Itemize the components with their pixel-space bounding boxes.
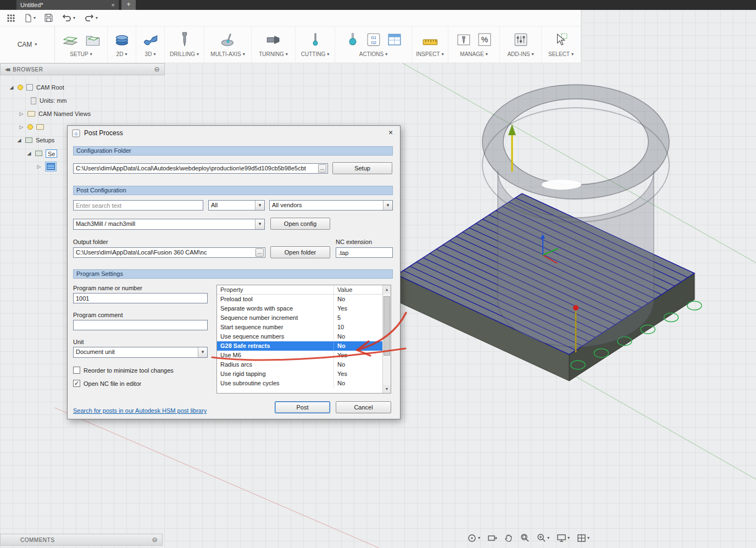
zoom-button[interactable]: ▾	[537, 533, 549, 543]
hsm-post-library-link[interactable]: Search for posts in our Autodesk HSM pos…	[73, 407, 207, 414]
vendor-filter-dropdown[interactable]: All vendors	[269, 200, 393, 211]
new-folder-icon[interactable]	[85, 32, 101, 47]
redo-button[interactable]: ▾	[84, 14, 98, 22]
comments-header[interactable]: COMMENTS ⊖	[0, 534, 163, 546]
expander-icon[interactable]: ▷	[19, 124, 24, 130]
property-row[interactable]: Use sequence numbersNo	[217, 332, 391, 341]
select-cursor-icon[interactable]	[554, 32, 568, 47]
capability-filter-dropdown[interactable]: All	[208, 200, 265, 211]
open-nc-checkbox[interactable]	[73, 380, 80, 387]
expander-icon[interactable]: ▷	[19, 111, 24, 117]
3d-milling-icon[interactable]	[143, 32, 158, 47]
tree-item-label[interactable]: Units: mm	[40, 97, 67, 104]
save-button[interactable]	[45, 14, 53, 22]
minimize-panel-icon[interactable]: ⊖	[152, 536, 158, 544]
tab-close-icon[interactable]: ×	[112, 2, 115, 8]
visibility-bulb-icon[interactable]	[27, 124, 33, 130]
post-button[interactable]: Post	[275, 401, 330, 413]
program-name-field[interactable]	[73, 293, 208, 303]
undo-button[interactable]: ▾	[62, 14, 75, 22]
configuration-folder-field[interactable]: C:\Users\dim\AppData\Local\Autodesk\webd…	[73, 163, 328, 174]
ribbon-group-label[interactable]: SELECT▾	[548, 51, 574, 57]
program-comment-field[interactable]	[73, 320, 208, 330]
tree-item-label[interactable]: CAM Root	[36, 84, 64, 91]
turning-icon[interactable]	[266, 32, 281, 47]
ribbon-group-label[interactable]: CUTTING▾	[301, 51, 329, 57]
expander-icon[interactable]: ◢	[26, 151, 32, 156]
setup-sheet-icon[interactable]	[387, 32, 402, 47]
ribbon-group-label[interactable]: SETUP▾	[70, 51, 92, 57]
ribbon-group-label[interactable]: ACTIONS▾	[359, 51, 387, 57]
pan-button[interactable]	[504, 534, 513, 543]
app-grid-button[interactable]	[7, 14, 15, 23]
ribbon-group-label[interactable]: 2D▾	[116, 51, 127, 57]
open-config-button[interactable]: Open config	[270, 218, 330, 230]
property-row[interactable]: Sequence number increment5	[217, 313, 391, 323]
ribbon-group-label[interactable]: 3D▾	[145, 51, 156, 57]
cutting-icon[interactable]	[309, 32, 322, 47]
operation-selection[interactable]	[45, 162, 57, 171]
expander-icon[interactable]: ◢	[9, 85, 14, 90]
reorder-checkbox[interactable]	[73, 367, 80, 374]
browse-configuration-button[interactable]: ...	[318, 164, 326, 173]
inspect-ruler-icon[interactable]	[423, 33, 438, 46]
reorder-label[interactable]: Reorder to minimize tool changes	[84, 367, 174, 374]
property-row[interactable]: Radius arcsNo	[217, 360, 391, 369]
tree-item-label[interactable]: Setups	[36, 137, 54, 143]
open-nc-label[interactable]: Open NC file in editor	[84, 380, 141, 387]
add-ins-icon[interactable]	[514, 32, 528, 47]
tree-item-cam-root[interactable]: ◢ CAM Root	[0, 81, 165, 94]
minimize-panel-icon[interactable]: ⊖	[154, 65, 160, 73]
visibility-bulb-icon[interactable]	[18, 85, 23, 90]
tree-item-units[interactable]: Units: mm	[0, 94, 165, 107]
workspace-selector[interactable]: CAM ▾	[0, 26, 55, 63]
tool-library-icon[interactable]	[457, 32, 471, 47]
property-row-selected[interactable]: G28 Safe retractsNo	[217, 341, 391, 351]
simulate-icon[interactable]	[346, 32, 360, 47]
post-search-input[interactable]	[73, 200, 203, 211]
file-menu-button[interactable]: ▾	[24, 14, 36, 23]
browser-header[interactable]: ◀◀ BROWSER ⊖	[0, 63, 165, 75]
tree-item-label-edit[interactable]: Se	[46, 150, 57, 158]
unit-dropdown[interactable]: Document unit	[73, 347, 208, 358]
scroll-down-icon[interactable]: ▼	[383, 385, 391, 393]
tree-item-named-views[interactable]: ▷ CAM Named Views	[0, 107, 165, 120]
ribbon-group-label[interactable]: INSPECT▾	[416, 51, 443, 57]
multi-axis-icon[interactable]	[220, 32, 236, 47]
open-folder-button[interactable]: Open folder	[270, 246, 330, 258]
expander-icon[interactable]: ▷	[36, 164, 42, 169]
nc-extension-field[interactable]	[336, 247, 393, 258]
property-row[interactable]: Use subroutine cyclesNo	[217, 379, 391, 388]
property-row[interactable]: Separate words with spaceYes	[217, 304, 391, 313]
zoom-window-button[interactable]	[520, 533, 530, 543]
display-settings-button[interactable]: ▾	[557, 534, 570, 543]
ribbon-group-label[interactable]: DRILLING▾	[170, 51, 199, 57]
pattern-percent-icon[interactable]: %	[477, 32, 492, 47]
cancel-button[interactable]: Cancel	[336, 401, 391, 413]
output-folder-field[interactable]: C:\Users\dim\AppData\Local\Fusion 360 CA…	[73, 247, 265, 258]
scroll-up-icon[interactable]: ▲	[383, 285, 391, 294]
look-at-button[interactable]	[487, 534, 497, 543]
ribbon-group-label[interactable]: MANAGE▾	[460, 51, 487, 57]
ribbon-group-label[interactable]: TURNING▾	[259, 51, 288, 57]
new-setup-icon[interactable]	[62, 32, 79, 47]
property-row[interactable]: Preload toolNo	[217, 295, 391, 304]
scrollbar-thumb[interactable]	[383, 296, 390, 356]
setup-button[interactable]: Setup	[332, 162, 392, 174]
tree-item-label[interactable]: CAM Named Views	[38, 110, 91, 117]
property-row[interactable]: Use rigid tappingYes	[217, 369, 391, 379]
post-processor-dropdown[interactable]: Mach3Mill / mach3mill	[73, 219, 265, 230]
properties-scrollbar[interactable]: ▲ ▼	[382, 285, 391, 393]
drilling-icon[interactable]	[178, 32, 191, 47]
expander-icon[interactable]: ◢	[16, 137, 22, 143]
orbit-button[interactable]: ▾	[467, 534, 480, 543]
dialog-close-icon[interactable]: ×	[386, 128, 396, 138]
property-row[interactable]: Use M6Yes	[217, 351, 391, 360]
document-tab[interactable]: Untitled* ×	[16, 0, 119, 10]
viewports-button[interactable]: ▾	[577, 534, 590, 543]
post-process-icon[interactable]: G1 G2	[366, 32, 381, 47]
collapse-left-icon[interactable]: ◀◀	[5, 67, 8, 72]
browse-output-button[interactable]: ...	[255, 248, 264, 257]
dialog-title-bar[interactable]: G Post Process	[68, 126, 400, 140]
new-tab-button[interactable]: +	[121, 0, 136, 10]
